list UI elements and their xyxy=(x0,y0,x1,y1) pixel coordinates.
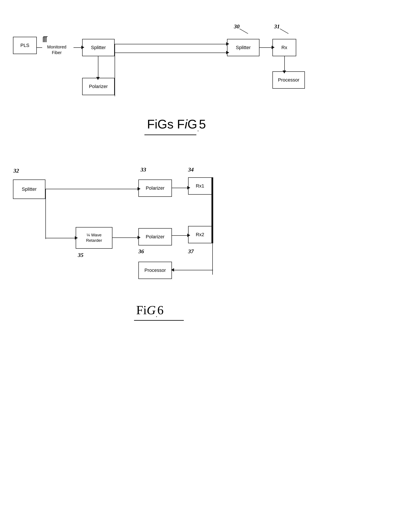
line-retarder-polarizer xyxy=(112,237,138,238)
splitter1-box: Splitter xyxy=(82,39,114,56)
ref-30: 30 xyxy=(234,23,240,30)
ref-31: 31 xyxy=(274,23,280,30)
line-splitter1-down xyxy=(114,44,115,96)
arrow-to-polarizer-bot xyxy=(138,236,140,239)
arrow-31-line xyxy=(280,29,289,34)
processor1-label: Processor xyxy=(278,77,299,83)
ref-37-label: 37 xyxy=(188,248,194,254)
polarizer-top-box: Polarizer xyxy=(138,179,172,197)
line-to-polarizer xyxy=(98,56,98,78)
fig6-underline xyxy=(134,320,184,321)
ref-35-label: 35 xyxy=(78,252,83,258)
rx2-box: Rx2 xyxy=(188,226,212,243)
ref-32-label: 32 xyxy=(13,168,19,174)
arrow-to-retarder xyxy=(75,236,78,240)
monitored-fiber-label: Monitored Fiber xyxy=(47,44,66,55)
fig5-underline xyxy=(144,134,196,135)
ref-35: 35 xyxy=(78,252,83,259)
ref-36: 36 xyxy=(138,248,144,255)
line-splitter2-rx xyxy=(260,47,273,48)
splitter-fig6-label: Splitter xyxy=(22,186,37,192)
line-rx2-bar xyxy=(212,235,212,236)
processor-fig6-label: Processor xyxy=(144,267,166,273)
ref-36-label: 36 xyxy=(138,248,144,254)
ref-34: 34 xyxy=(188,166,194,173)
wave-retarder-box: ¼ Wave Retarder xyxy=(76,227,112,249)
polarizer1-label: Polarizer xyxy=(89,83,108,90)
arrow-to-rx xyxy=(272,46,275,49)
line-pls-coil xyxy=(37,47,42,48)
ref-37: 37 xyxy=(188,248,194,255)
arrow-30-line xyxy=(240,29,248,34)
ref-32: 32 xyxy=(13,168,19,174)
line-to-processor-fig6 xyxy=(172,270,213,270)
polarizer-top-label: Polarizer xyxy=(146,185,165,191)
ref-34-label: 34 xyxy=(188,166,194,173)
line-coil-splitter1 xyxy=(74,47,82,48)
splitter2-box: Splitter xyxy=(227,39,260,56)
line-to-retarder xyxy=(45,238,76,238)
processor1-box: Processor xyxy=(273,71,305,89)
line-rx-processor xyxy=(284,56,285,71)
splitter-fig6-box: Splitter xyxy=(13,179,45,199)
ref-30-label: 30 xyxy=(234,23,240,30)
ref-31-label: 31 xyxy=(274,23,280,30)
polarizer-bot-box: Polarizer xyxy=(138,228,172,246)
rx-label: Rx xyxy=(281,44,287,51)
arrow-to-polarizer xyxy=(96,77,100,80)
splitter2-label: Splitter xyxy=(236,44,251,51)
processor-fig6-box: Processor xyxy=(138,262,172,279)
pls-box: PLS xyxy=(13,37,37,54)
line-polarizer-bot-rx2 xyxy=(172,235,188,236)
rx-box: Rx xyxy=(273,39,296,56)
rx2-label: Rx2 xyxy=(196,232,204,238)
line-splitter1-lower-right xyxy=(114,53,227,53)
arrow-to-rx1 xyxy=(187,186,190,190)
line-splitter1-splitter2-top xyxy=(114,44,227,44)
wave-retarder-label: ¼ Wave Retarder xyxy=(86,233,102,243)
fig6-title-text: FiG.6 xyxy=(136,303,164,319)
polarizer-bot-label: Polarizer xyxy=(146,234,165,240)
fig5-title: FiGs FiG.5 xyxy=(147,117,206,133)
rx1-box: Rx1 xyxy=(188,177,212,195)
rx1-label: Rx1 xyxy=(196,183,204,189)
line-polarizer-top-rx1 xyxy=(172,188,188,188)
line-splitter-top-branch xyxy=(45,189,138,189)
arrow-to-rx2 xyxy=(187,234,190,237)
ref-33: 33 xyxy=(140,166,146,173)
arrow-to-splitter2-lower xyxy=(226,51,229,54)
rx-vertical-bar xyxy=(211,177,213,243)
fig5-title-text: FiGs xyxy=(147,117,173,131)
arrow-to-processor-fig6 xyxy=(171,268,174,272)
arrow-to-polarizer-top xyxy=(138,187,140,190)
polarizer1-box: Polarizer xyxy=(82,78,114,95)
arrow-to-processor1 xyxy=(283,70,286,74)
splitter1-label: Splitter xyxy=(91,44,106,51)
monitored-fiber-box: Monitored Fiber xyxy=(40,42,74,57)
arrow-to-splitter2 xyxy=(226,42,229,46)
ref-33-label: 33 xyxy=(140,166,146,173)
pls-label: PLS xyxy=(20,42,29,49)
line-splitter-down xyxy=(45,189,46,239)
arrow-to-splitter1 xyxy=(81,46,84,49)
